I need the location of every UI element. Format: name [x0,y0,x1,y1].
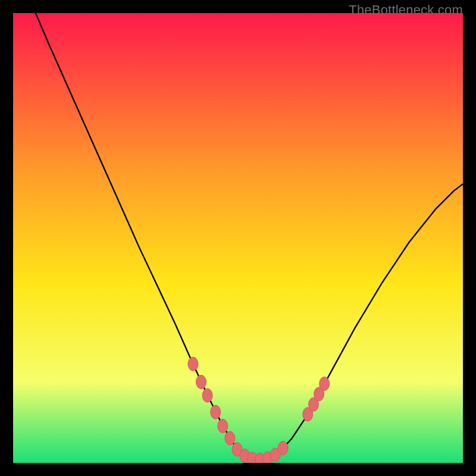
bottleneck-chart [13,13,463,463]
data-marker [196,375,206,389]
data-marker [320,377,330,390]
data-marker [225,431,235,445]
data-marker [218,419,228,433]
gradient-background [13,13,463,463]
data-marker [202,389,212,402]
data-marker [188,357,198,371]
data-marker [211,405,221,419]
data-marker [278,441,288,455]
chart-frame [13,13,463,463]
watermark-text: TheBottleneck.com [349,2,463,18]
